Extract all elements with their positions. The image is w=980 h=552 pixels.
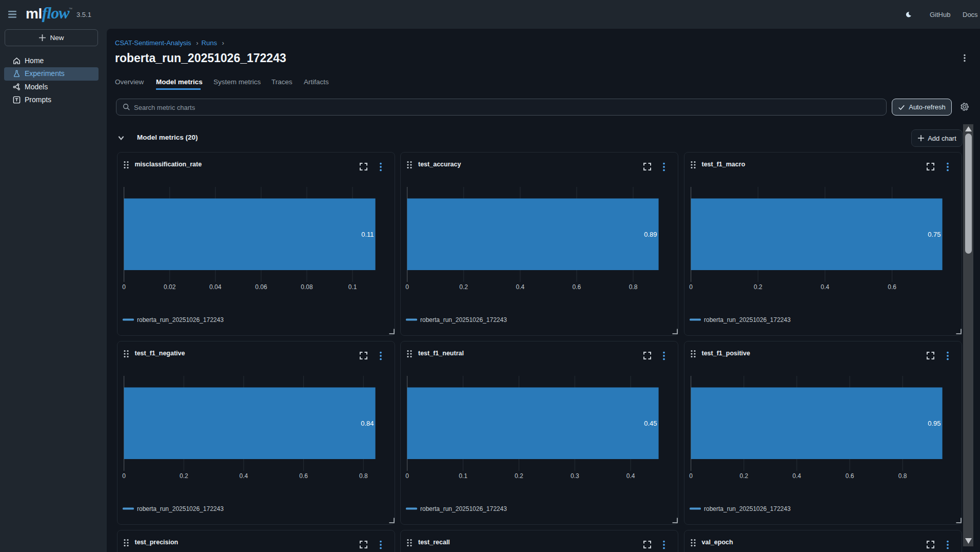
svg-text:0.8: 0.8 [359, 472, 367, 480]
svg-text:0.3: 0.3 [571, 472, 579, 480]
svg-text:0.6: 0.6 [888, 283, 896, 291]
svg-text:0: 0 [122, 472, 126, 480]
svg-text:0.4: 0.4 [239, 472, 248, 480]
svg-text:roberta_run_20251026_172243: roberta_run_20251026_172243 [137, 505, 224, 512]
svg-text:0.04: 0.04 [209, 283, 222, 291]
svg-text:0.75: 0.75 [928, 231, 940, 238]
svg-text:0: 0 [405, 472, 409, 480]
svg-text:roberta_run_20251026_172243: roberta_run_20251026_172243 [704, 316, 791, 323]
svg-text:0.4: 0.4 [792, 472, 801, 480]
svg-text:0.4: 0.4 [516, 283, 524, 291]
svg-text:0.84: 0.84 [361, 420, 374, 427]
svg-text:roberta_run_20251026_172243: roberta_run_20251026_172243 [420, 316, 507, 323]
svg-text:0.6: 0.6 [845, 472, 854, 480]
svg-text:0.45: 0.45 [644, 420, 657, 427]
svg-text:0.2: 0.2 [753, 283, 762, 291]
svg-text:0.2: 0.2 [515, 472, 523, 480]
svg-text:0: 0 [689, 472, 693, 480]
svg-text:0: 0 [122, 283, 126, 291]
svg-text:roberta_run_20251026_172243: roberta_run_20251026_172243 [420, 505, 507, 512]
svg-text:0.2: 0.2 [739, 472, 748, 480]
svg-text:0.8: 0.8 [898, 472, 907, 480]
svg-text:0.2: 0.2 [179, 472, 188, 480]
svg-text:0.08: 0.08 [301, 283, 313, 291]
svg-text:0.2: 0.2 [459, 283, 468, 291]
svg-text:0.89: 0.89 [644, 231, 657, 238]
svg-text:0.1: 0.1 [348, 283, 357, 291]
svg-text:0.95: 0.95 [928, 420, 940, 427]
svg-text:0.11: 0.11 [361, 231, 374, 238]
svg-text:0.4: 0.4 [820, 283, 829, 291]
svg-text:roberta_run_20251026_172243: roberta_run_20251026_172243 [137, 316, 224, 323]
svg-text:0: 0 [689, 283, 693, 291]
svg-text:0: 0 [405, 283, 409, 291]
svg-text:0.02: 0.02 [164, 283, 176, 291]
svg-text:0.4: 0.4 [626, 472, 635, 480]
svg-text:0.6: 0.6 [573, 283, 581, 291]
svg-text:0.1: 0.1 [459, 472, 467, 480]
svg-text:0.8: 0.8 [629, 283, 638, 291]
svg-text:0.6: 0.6 [299, 472, 308, 480]
svg-text:0.06: 0.06 [255, 283, 267, 291]
svg-text:roberta_run_20251026_172243: roberta_run_20251026_172243 [704, 505, 791, 512]
